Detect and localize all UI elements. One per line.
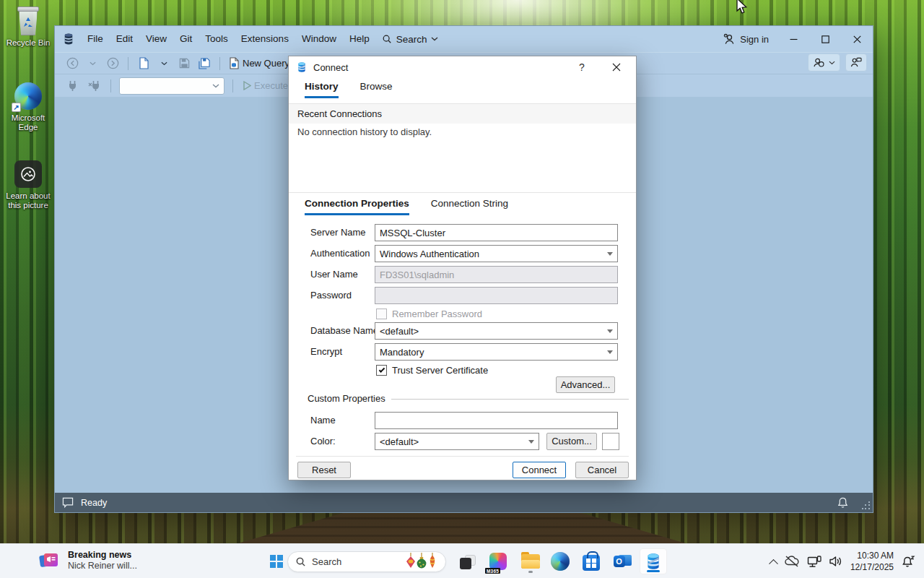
user-name-label: User Name [310,266,358,283]
connection-tabs: Connection Properties Connection String [305,198,508,215]
ssms-app-icon [55,33,81,46]
start-button[interactable] [263,548,290,574]
menu-extensions[interactable]: Extensions [235,26,295,52]
desktop-icon-label: Recycle Bin [0,38,56,48]
menu-window[interactable]: Window [295,26,343,52]
recent-connections-header: Recent Connections [289,104,636,124]
save-all-button[interactable] [196,55,213,72]
color-swatch[interactable] [602,433,619,450]
menu-tools[interactable]: Tools [199,26,235,52]
execute-button[interactable]: Execute [241,77,290,95]
remember-password-checkbox[interactable] [376,309,387,319]
ssms-taskbar-button[interactable] [640,548,667,574]
chevron-down-icon [607,350,613,354]
accounts-icon [813,57,825,68]
new-query-button[interactable]: New Query [227,55,292,72]
user-name-input[interactable] [375,266,618,283]
desktop-icon-recycle-bin[interactable]: Recycle Bin [0,6,56,48]
menu-git[interactable]: Git [173,26,199,52]
back-history-dropdown[interactable] [84,55,101,72]
status-message-icon [62,497,74,508]
windows-logo-icon [270,555,283,568]
notification-center-button[interactable] [898,548,920,574]
file-explorer-button[interactable] [517,548,544,574]
m365-badge: M365 [485,568,500,574]
tab-history[interactable]: History [305,81,339,98]
database-name-value: <default> [380,326,419,337]
ssms-title-bar: File Edit View Git Tools Extensions Wind… [55,26,873,52]
feedback-button[interactable] [845,53,867,72]
encrypt-combo[interactable]: Mandatory [375,343,618,361]
custom-name-label: Name [310,412,336,429]
copilot-m365-button[interactable]: M365 [484,548,512,574]
notifications-bell-icon[interactable] [837,497,848,509]
bell-dnd-icon [902,555,916,568]
task-view-button[interactable] [454,548,481,574]
taskbar-search[interactable]: Search [287,551,446,572]
sign-in-button[interactable]: Sign in [715,33,777,46]
shortcut-arrow-icon: ↗ [12,103,21,112]
menu-edit[interactable]: Edit [110,26,139,52]
accounts-button[interactable] [808,53,840,72]
change-connection-button[interactable] [85,77,103,95]
menu-help[interactable]: Help [343,26,376,52]
sign-in-label: Sign in [740,34,769,45]
custom-color-button[interactable]: Custom... [546,433,597,450]
tab-browse[interactable]: Browse [360,81,393,98]
menu-view[interactable]: View [139,26,173,52]
database-name-combo[interactable]: <default> [375,322,618,340]
new-file-button[interactable] [135,55,152,72]
server-name-input[interactable] [375,224,618,241]
network-button[interactable] [803,548,825,574]
navigate-back-button[interactable] [64,55,81,72]
group-box-line [381,399,629,400]
microsoft-store-button[interactable] [578,548,605,574]
taskbar: Breaking news Nick Reiner will... Search [0,543,924,578]
remember-password-label: Remember Password [392,309,482,320]
authentication-combo[interactable]: Windows Authentication [375,245,618,262]
tab-connection-properties[interactable]: Connection Properties [305,198,409,215]
onedrive-paused-button[interactable] [780,548,803,574]
trust-server-certificate-checkbox[interactable] [376,365,387,376]
navigate-forward-button[interactable] [104,55,121,72]
quick-action-bar [808,53,867,72]
menu-search[interactable]: Search [376,34,445,45]
cancel-button[interactable]: Cancel [575,462,629,478]
chevron-down-icon [528,440,534,444]
desktop-icon-learn-about-picture[interactable]: Learn about this picture [0,159,56,210]
connect-button[interactable]: Connect [513,462,566,478]
desktop-icon-microsoft-edge[interactable]: ↗ Microsoft Edge [0,81,56,132]
dialog-close-button[interactable] [604,59,629,76]
desktop: Recycle Bin ↗ Microsoft Edge Learn about… [0,0,924,578]
custom-name-input[interactable] [375,412,618,429]
hidden-icons-button[interactable] [767,548,780,574]
status-message: Ready [81,498,107,508]
password-label: Password [310,287,352,304]
clock[interactable]: 10:30 AM 12/17/2025 [846,550,898,573]
reset-button[interactable]: Reset [297,462,351,478]
new-query-label: New Query [243,58,289,69]
menu-file[interactable]: File [81,26,110,52]
search-label: Search [312,556,341,567]
color-label: Color: [310,433,336,450]
save-button[interactable] [175,55,193,72]
tab-connection-string[interactable]: Connection String [431,198,508,215]
outlook-icon: O [614,553,632,570]
maximize-button[interactable] [809,26,841,52]
connect-db-button[interactable] [64,77,81,95]
resize-grip[interactable] [862,501,871,510]
color-combo[interactable]: <default> [375,433,539,450]
outlook-button[interactable]: O [609,548,636,574]
edge-button[interactable] [546,548,574,574]
minimize-button[interactable] [777,26,809,52]
edge-icon [551,552,570,571]
new-file-dropdown[interactable] [155,55,173,72]
widgets-button[interactable]: Breaking news Nick Reiner will... [35,548,141,573]
close-icon [612,63,621,72]
volume-button[interactable] [825,548,846,574]
database-selector-combo[interactable] [119,77,225,95]
advanced-button[interactable]: Advanced... [556,376,615,393]
password-input[interactable] [375,287,618,304]
close-button[interactable] [841,26,873,52]
dialog-help-button[interactable]: ? [571,61,593,73]
